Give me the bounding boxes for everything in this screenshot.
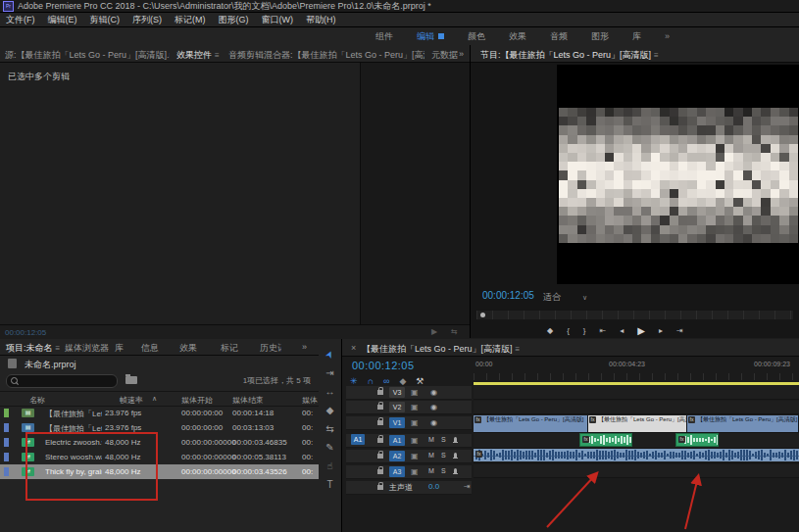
program-timecode[interactable]: 00:00:12:05 (482, 290, 534, 301)
media-name[interactable]: Thick fly by, grainy.wav (45, 467, 102, 476)
step-forward-button[interactable]: ▸ (659, 326, 663, 335)
tab-project[interactable]: 项目:未命名≡ (6, 342, 60, 355)
panel-menu-icon[interactable]: ≡ (215, 51, 220, 60)
track-lane-a2[interactable]: fx (474, 449, 799, 463)
workspace-tab-graphics[interactable]: 图形 (591, 30, 609, 43)
source-patch-a1[interactable]: A1 (351, 434, 365, 445)
step-back-button[interactable]: ◂ (620, 326, 624, 335)
mark-out-button[interactable]: } (583, 326, 586, 335)
close-icon[interactable]: × (351, 343, 356, 353)
tab-overflow-icon[interactable]: » (302, 342, 307, 352)
menu-item-help[interactable]: 帮助(H) (306, 14, 336, 26)
panel-menu-icon[interactable]: ≡ (654, 51, 659, 60)
solo-button[interactable]: S (441, 467, 446, 474)
track-lane-v2[interactable] (474, 401, 799, 414)
snap-icon[interactable]: ∩ (368, 376, 374, 386)
pen-tool[interactable]: ✎ (325, 442, 333, 454)
menu-item-edit[interactable]: 编辑(E) (48, 14, 77, 26)
lock-icon[interactable] (377, 438, 383, 443)
play-icon[interactable]: ▶ (431, 327, 437, 336)
workspace-tab-editing[interactable]: 编辑 (417, 30, 444, 43)
selection-tool[interactable]: ➤ (323, 349, 336, 362)
tab-audio-clip-mixer[interactable]: 音频剪辑混合器:【最佳旅拍「Lets Go - Peru」[高清版] (228, 49, 424, 62)
add-marker-icon[interactable]: ◆ (399, 376, 406, 386)
slip-tool[interactable]: ⇆ (325, 423, 333, 435)
mute-button[interactable]: M (428, 467, 434, 474)
column-header-name[interactable]: 名称 (29, 395, 45, 406)
track-name-badge[interactable]: A1 (389, 435, 405, 446)
label-color-chip[interactable] (4, 453, 9, 461)
menu-item-marker[interactable]: 标记(M) (175, 14, 206, 26)
workspace-tab-effects[interactable]: 效果 (509, 30, 526, 43)
tab-history[interactable]: 历史记录 (260, 342, 281, 355)
track-lane-v1[interactable]: fx【最佳旅拍「Lets Go - Peru」[高清版]fx【最佳旅拍「Lets… (474, 415, 799, 433)
track-name-badge[interactable]: A2 (389, 451, 405, 461)
solo-button[interactable]: S (441, 452, 446, 459)
tab-media-browser[interactable]: 媒体浏览器 (65, 342, 109, 355)
audio-clip-sfx-2[interactable]: fx (675, 433, 719, 447)
audio-clip-music[interactable]: fx (474, 449, 799, 461)
play-button[interactable]: ▶ (637, 325, 645, 336)
track-header-v1[interactable]: V1▣◉ (346, 416, 472, 430)
loop-icon[interactable]: ⇆ (451, 327, 458, 336)
track-name-badge[interactable]: V3 (389, 387, 405, 398)
go-to-in-button[interactable]: ⇤ (600, 326, 607, 335)
workspace-tab-libraries[interactable]: 库 (632, 30, 641, 43)
mic-icon[interactable] (454, 453, 457, 458)
menu-item-clip[interactable]: 剪辑(C) (90, 14, 121, 26)
eye-icon[interactable]: ◉ (430, 403, 437, 411)
track-lane-a1[interactable]: fxfx (474, 433, 799, 449)
menu-item-sequence[interactable]: 序列(S) (132, 14, 162, 26)
media-name[interactable]: 【最佳旅拍「Lets Go - Pe (45, 409, 102, 419)
track-header-a3[interactable]: A3▣MS (346, 465, 472, 479)
video-clip-1[interactable]: fx【最佳旅拍「Lets Go - Peru」[高清版] (474, 415, 588, 432)
label-color-chip[interactable] (4, 423, 9, 432)
media-name[interactable]: Electric zwoosh.wav (45, 438, 102, 447)
track-header-master[interactable]: 主声道0.0⇥ (346, 481, 472, 495)
column-header-media-start[interactable]: 媒体开始 (181, 395, 213, 406)
label-color-chip[interactable] (4, 438, 9, 447)
track-header-v3[interactable]: V3▣◉ (346, 386, 472, 400)
mic-icon[interactable] (454, 437, 457, 442)
sync-lock-icon[interactable]: ▣ (411, 388, 419, 397)
tab-effects[interactable]: 效果 (179, 342, 197, 355)
sync-lock-icon[interactable]: ▣ (411, 467, 419, 476)
program-scrubber-handle[interactable] (480, 313, 485, 317)
media-row-4[interactable]: ⇄Stereo woosh.wav48,000 Hz00:00:00:00000… (0, 450, 319, 464)
solo-button[interactable]: S (441, 436, 446, 443)
panel-menu-icon[interactable]: ≡ (516, 345, 521, 354)
type-tool[interactable]: T (326, 479, 332, 491)
track-name-badge[interactable]: V2 (389, 402, 405, 412)
audio-clip-sfx-1[interactable]: fx (579, 433, 632, 447)
sync-lock-icon[interactable]: ▣ (411, 436, 419, 445)
tab-markers[interactable]: 标记 (221, 342, 238, 355)
master-level-value[interactable]: 0.0 (428, 482, 439, 491)
workspace-overflow-icon[interactable]: » (665, 31, 670, 41)
tab-source-monitor[interactable]: 源:【最佳旅拍「Lets Go - Peru」[高清版].mp4 (5, 49, 170, 62)
track-name-badge[interactable]: A3 (389, 466, 405, 477)
lock-icon[interactable] (377, 485, 383, 490)
eye-icon[interactable]: ◉ (430, 418, 437, 427)
track-header-v2[interactable]: V2▣◉ (346, 401, 472, 414)
tab-program-monitor[interactable]: 节目:【最佳旅拍「Lets Go - Peru」[高清版]≡ (480, 49, 774, 62)
timeline-settings-icon[interactable]: ⚒ (416, 376, 424, 386)
lock-icon[interactable] (377, 469, 383, 474)
media-name[interactable]: 【最佳旅拍「Lets Go - Pe (45, 423, 102, 434)
track-header-a1[interactable]: A1▣MS (346, 434, 472, 448)
go-to-out-button[interactable]: ⇥ (676, 326, 683, 335)
lock-icon[interactable] (377, 454, 383, 459)
add-marker-button[interactable]: ◆ (547, 326, 553, 335)
timeline-timecode[interactable]: 00:00:12:05 (352, 360, 415, 371)
program-mini-timeline[interactable] (476, 311, 793, 319)
track-lane-v3[interactable] (474, 386, 799, 400)
work-area-bar[interactable] (474, 382, 799, 385)
media-row-1[interactable]: ▤【最佳旅拍「Lets Go - Pe23.976 fps00:00:00:00… (0, 406, 319, 420)
lock-icon[interactable] (377, 420, 383, 425)
workspace-tab-audio[interactable]: 音频 (550, 30, 568, 43)
media-row-5[interactable]: ⇄Thick fly by, grainy.wav48,000 Hz00:00:… (0, 464, 319, 479)
lock-icon[interactable] (377, 390, 383, 395)
new-bin-icon[interactable] (125, 376, 137, 384)
sync-lock-icon[interactable]: ▣ (411, 452, 419, 460)
mute-button[interactable]: M (428, 436, 434, 443)
media-row-3[interactable]: ⇄Electric zwoosh.wav48,000 Hz00:00:00:00… (0, 435, 319, 450)
